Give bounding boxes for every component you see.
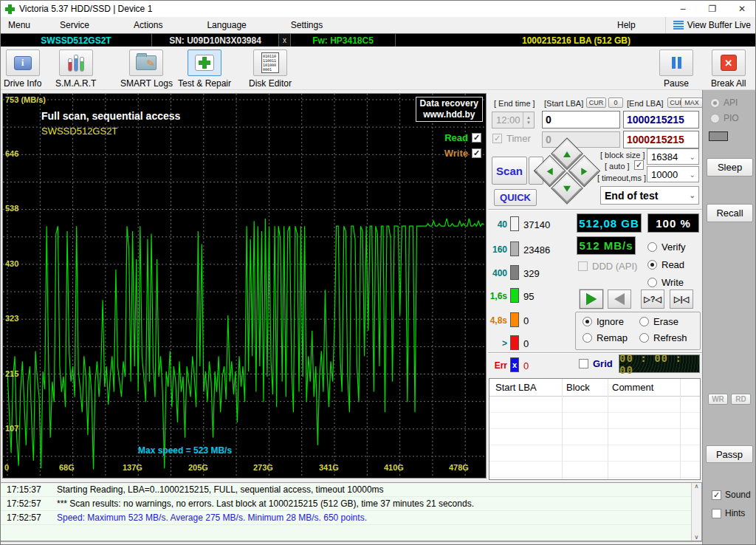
sleep-button[interactable]: Sleep <box>707 158 753 176</box>
smart-button[interactable]: S.M.A.R.T <box>55 49 96 89</box>
read-checkbox[interactable] <box>472 133 481 143</box>
start-test-button[interactable] <box>580 289 603 309</box>
verify-label: Verify <box>662 241 686 253</box>
x-tick-137g: 137G <box>123 463 142 472</box>
end-lba-value: 1000215215 <box>627 114 684 126</box>
menu-item-language[interactable]: Language <box>199 17 253 33</box>
end-time-spinner[interactable]: 12:00 ▲▼ <box>492 112 535 128</box>
y-tick-215: 215 <box>5 369 18 378</box>
hints-checkbox[interactable] <box>712 509 721 518</box>
api-radio[interactable] <box>710 98 720 108</box>
graph-title: Full scan, sequential access <box>41 110 180 122</box>
y-tick-430: 430 <box>5 259 18 268</box>
control-panel: [ End time ] [Start LBA] CUR 0 [End LBA]… <box>488 90 702 481</box>
remap-row: Remap <box>583 332 628 343</box>
wr-button[interactable]: WR <box>708 394 728 405</box>
chevron-down-icon: ⌄ <box>690 153 698 161</box>
stat-value-4-8s: 0 <box>523 315 529 326</box>
sound-checkbox[interactable] <box>712 490 721 500</box>
sleep-label: Sleep <box>718 162 742 173</box>
end-lba-input2[interactable]: 1000215215 <box>623 131 699 148</box>
start-lba-cur-button[interactable]: CUR <box>586 97 606 108</box>
read-radio[interactable] <box>647 260 657 270</box>
scan-button[interactable]: Scan <box>492 157 527 185</box>
menu-item-actions[interactable]: Actions <box>126 17 170 33</box>
view-buffer-live[interactable]: View Buffer Live <box>665 17 756 33</box>
smart-logs-button[interactable]: ✎ SMART Logs <box>120 49 173 89</box>
recall-button[interactable]: Recall <box>707 204 753 222</box>
seek-question-button[interactable]: ▷?◁ <box>641 289 664 309</box>
start-lba-input[interactable]: 0 <box>542 111 620 128</box>
drive-info-button[interactable]: i Drive Info <box>4 49 41 89</box>
start-lba-value2: 0 <box>546 134 551 145</box>
write-radio[interactable] <box>647 278 657 287</box>
pause-button[interactable]: Pause <box>659 49 693 89</box>
verify-radio[interactable] <box>647 242 657 252</box>
restore-button[interactable]: ❐ <box>698 1 727 17</box>
remap-radio[interactable] <box>583 333 592 343</box>
pio-radio[interactable] <box>710 114 720 123</box>
stat-value-160: 23486 <box>523 244 550 256</box>
device-firmware: Fw: HP3418C5 <box>291 34 396 47</box>
menu-item-settings[interactable]: Settings <box>284 17 330 33</box>
view-buffer-live-label: View Buffer Live <box>687 20 751 30</box>
stat-label-err: Err <box>485 360 507 371</box>
auto-label: [ auto ] <box>605 162 630 171</box>
step-back-button[interactable] <box>608 289 631 309</box>
disk-editor-button[interactable]: 010110 110011 101000 0001 Disk Editor <box>249 49 292 89</box>
end-lba-input[interactable]: 1000215215 <box>623 111 699 128</box>
write-checkbox[interactable] <box>472 148 481 158</box>
arrow-up-icon <box>563 151 571 157</box>
rd-label: RD <box>735 395 746 403</box>
verify-row: Verify <box>647 241 686 253</box>
ignore-label: Ignore <box>597 316 624 327</box>
remap-label: Remap <box>597 332 628 343</box>
buffer-list-icon <box>673 21 684 30</box>
ignore-radio[interactable] <box>583 317 592 326</box>
legend-write-row: Write <box>444 148 481 159</box>
table-row <box>489 429 700 445</box>
chevron-down-icon: ⌄ <box>690 191 698 199</box>
block-size-combo[interactable]: 16384 ⌄ <box>647 148 699 165</box>
defect-table[interactable]: Start LBA Block Comment <box>489 378 701 480</box>
max-speed-annotation: Max speed = 523 MB/s <box>138 445 232 456</box>
grid-checkbox[interactable] <box>579 359 588 369</box>
timeout-label: [ timeout,ms ] <box>597 174 646 182</box>
menu-item-service[interactable]: Service <box>52 17 97 33</box>
victoria-app-window: { "window": { "title": "Victoria 5.37 HD… <box>0 0 756 545</box>
stat-value-1-6s: 95 <box>523 291 534 302</box>
break-all-button[interactable]: ✕ Break All <box>711 49 746 89</box>
pause-icon <box>672 57 681 69</box>
start-lba-zero-button[interactable]: 0 <box>608 97 623 108</box>
seek-end-button[interactable]: ▷|◁ <box>670 289 693 309</box>
timer-checkbox[interactable] <box>492 134 502 143</box>
log-row: 17:52:57 Speed: Maximum 523 MB/s. Averag… <box>1 511 701 525</box>
ddd-api-checkbox[interactable] <box>578 261 588 271</box>
passp-button[interactable]: Passp <box>706 445 753 463</box>
minimize-button[interactable]: – <box>668 1 698 17</box>
log-panel[interactable]: 17:15:37 Starting Reading, LBA=0..100021… <box>1 482 702 541</box>
menu-item-help[interactable]: Help <box>610 17 643 33</box>
close-button[interactable]: ✕ <box>727 1 756 17</box>
test-repair-button[interactable]: Test & Repair <box>178 49 231 89</box>
rd-button[interactable]: RD <box>731 394 751 405</box>
refresh-radio[interactable] <box>639 333 649 343</box>
recall-label: Recall <box>716 208 743 219</box>
end-lba-max-button[interactable]: MAX <box>681 97 703 108</box>
capacity-value: 512,08 GB <box>579 217 639 230</box>
device-close-x[interactable]: x <box>279 34 291 47</box>
menu-item-menu[interactable]: Menu <box>1 17 38 33</box>
auto-checkbox[interactable] <box>634 160 644 170</box>
scroll-down-icon[interactable]: ∨ <box>695 534 699 541</box>
device-model[interactable]: SWSSD512GS2T <box>1 34 152 47</box>
log-time: 17:15:37 <box>1 484 48 495</box>
end-of-test-combo[interactable]: End of test ⌄ <box>600 186 699 205</box>
ddd-api-row: DDD (API) <box>578 261 637 272</box>
timeout-combo[interactable]: 10000 ⌄ <box>647 166 699 182</box>
hints-row: Hints <box>712 508 745 518</box>
log-scrollbar[interactable]: ∧ ∨ <box>691 483 701 541</box>
quick-button[interactable]: QUICK <box>494 189 537 206</box>
scroll-up-icon[interactable]: ∧ <box>695 483 699 490</box>
spinner-arrows-icon[interactable]: ▲▼ <box>523 112 534 128</box>
erase-radio[interactable] <box>639 317 649 326</box>
